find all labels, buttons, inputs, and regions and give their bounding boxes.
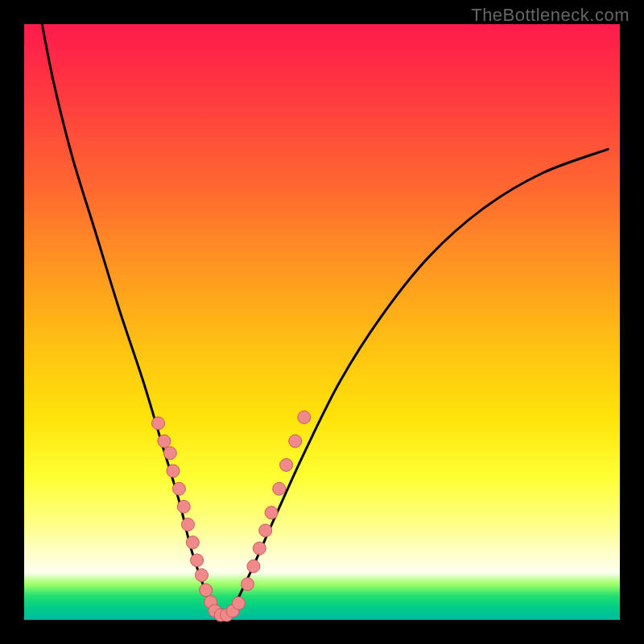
curve-marker [177,500,190,513]
curve-marker [247,559,260,572]
curve-marker [167,464,180,477]
plot-area [24,24,620,620]
curve-marker [191,554,204,567]
curve-marker [259,524,272,537]
curve-markers [152,411,311,621]
curve-marker [196,569,208,582]
curve-marker [298,411,311,423]
curve-marker [158,435,171,448]
watermark-text: TheBottleneck.com [471,5,630,26]
curve-marker [242,578,254,591]
curve-marker [289,435,302,448]
curve-marker [200,584,213,597]
curve-marker [232,597,245,609]
curve-marker [253,542,266,555]
chart-frame: TheBottleneck.com [0,0,644,644]
curve-marker [273,482,286,495]
curve-marker [152,417,165,430]
chart-svg [24,24,620,620]
curve-marker [280,459,293,472]
curve-marker [172,482,185,495]
curve-marker [182,518,195,531]
curve-marker [163,447,176,460]
bottleneck-curve [42,24,608,617]
curve-marker [265,506,278,519]
curve-marker [186,536,199,549]
